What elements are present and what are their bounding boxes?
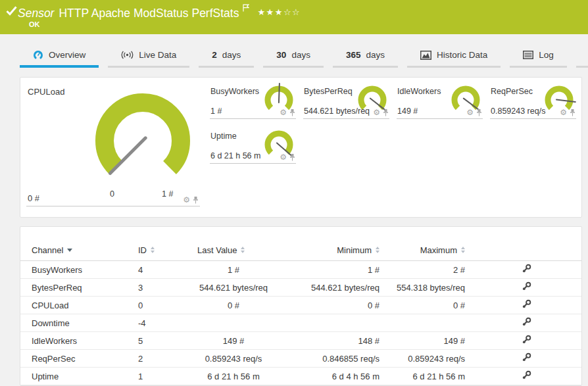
last-value-cell: 1 # (185, 265, 282, 275)
gauge-value: 544.621 bytes/req (304, 107, 370, 116)
minimum-cell: 0.846855 req/s (282, 354, 380, 364)
channel-settings-button[interactable] (521, 316, 532, 327)
column-header-last[interactable]: Last Value (185, 245, 282, 255)
channel-settings-button[interactable] (521, 299, 532, 310)
star-filled-icon: ★ (266, 7, 275, 17)
pin-icon[interactable] (383, 109, 389, 116)
log-icon (523, 51, 533, 59)
gauge-bytesperreq: BytesPerReq544.621 bytes/req⚙ (303, 82, 389, 119)
gauge-name: IdleWorkers (397, 87, 441, 96)
tab-label: Historic Data (437, 50, 487, 60)
table-body: BusyWorkers41 #1 #2 #BytesPerReq3544.621… (20, 261, 581, 385)
channel-name-cell: ReqPerSec (20, 354, 132, 364)
gear-icon[interactable]: ⚙ (560, 109, 567, 116)
sort-both-icon (461, 247, 465, 253)
channel-settings-button[interactable] (521, 352, 532, 363)
maximum-cell: 2 # (380, 265, 465, 275)
channel-tools-cell (465, 316, 581, 329)
channel-id-cell: 4 (132, 265, 185, 275)
gauge-actions: ⚙ (280, 109, 295, 116)
priority-stars[interactable]: ★★★☆☆ (257, 7, 301, 17)
tab-overview[interactable]: Overview (20, 42, 99, 68)
gear-icon[interactable]: ⚙ (183, 196, 190, 204)
channel-settings-button[interactable] (521, 334, 532, 345)
table-row: Downtime-4 (20, 314, 581, 332)
pin-icon[interactable] (476, 109, 482, 116)
pin-icon[interactable] (193, 197, 199, 204)
gauge-actions: ⚙ (560, 109, 576, 116)
column-header-max[interactable]: Maximum (380, 245, 465, 255)
flag-icon[interactable] (243, 4, 249, 12)
channel-id-cell: 5 (132, 336, 185, 346)
tab-2-days[interactable]: 2days (199, 42, 254, 68)
maximum-cell: 0.859243 req/s (380, 354, 465, 364)
channel-name-cell: CPULoad (20, 301, 132, 310)
pin-icon[interactable] (289, 109, 295, 116)
gear-icon[interactable]: ⚙ (373, 109, 380, 116)
tab-range-number: 2 (212, 50, 217, 60)
gauge-scale-max: 1 # (162, 189, 173, 199)
column-header-label: Last Value (197, 245, 237, 255)
column-header-label: ID (138, 245, 147, 255)
last-value-cell: 544.621 bytes/req (185, 283, 282, 293)
maximum-cell: 0 # (380, 301, 465, 310)
gauge-scale-min: 0 (110, 189, 114, 199)
tab-label: days (291, 50, 310, 60)
minimum-cell: 148 # (282, 336, 380, 346)
last-value-cell: 0.859243 req/s (185, 354, 282, 364)
channel-name-cell: Uptime (20, 372, 132, 381)
tab-365-days[interactable]: 365days (333, 42, 398, 68)
tab-historic-data[interactable]: Historic Data (407, 42, 501, 68)
gauge-idleworkers: IdleWorkers149 #⚙ (397, 82, 483, 119)
channel-tools-cell (465, 334, 581, 347)
tab-30-days[interactable]: 30days (263, 42, 324, 68)
channel-name-cell: BusyWorkers (20, 265, 132, 275)
tab-bar: OverviewLive Data2days30days365daysHisto… (20, 42, 588, 68)
gauge-actions: ⚙ (280, 153, 295, 161)
gear-icon[interactable]: ⚙ (280, 153, 287, 161)
maximum-cell: 554.318 bytes/req (380, 283, 465, 293)
sensor-title-line: SensorHTTP Apache ModStatus PerfStats ★★… (18, 4, 301, 20)
pin-icon[interactable] (570, 109, 576, 116)
gauge-busyworkers: BusyWorkers1 #⚙ (210, 82, 296, 119)
last-value-cell: 149 # (185, 336, 282, 346)
channel-settings-button[interactable] (521, 370, 532, 381)
gauge-value: 1 # (210, 107, 222, 116)
channel-settings-button[interactable] (521, 281, 532, 292)
tab-settings[interactable]: ⚙Settings (576, 42, 588, 68)
gear-icon[interactable]: ⚙ (466, 109, 474, 116)
column-header-min[interactable]: Minimum (282, 245, 380, 255)
tab-log[interactable]: Log (510, 42, 567, 68)
gauge-value: 6 d 21 h 56 m (210, 151, 260, 160)
tab-live-data[interactable]: Live Data (108, 42, 189, 68)
table-row: Uptime16 d 21 h 56 m6 d 4 h 56 m6 d 21 h… (20, 368, 581, 385)
column-header-label: Minimum (337, 245, 372, 255)
sort-both-icon (151, 247, 155, 253)
tab-label: Live Data (139, 50, 176, 60)
channel-tools-cell (465, 352, 581, 365)
channel-id-cell: -4 (132, 318, 185, 328)
sensor-kind-label: Sensor (18, 7, 54, 20)
channels-panel: ChannelIDLast ValueMinimumMaximum BusyWo… (20, 226, 582, 386)
table-row: BytesPerReq3544.621 bytes/req544.621 byt… (20, 279, 581, 297)
minimum-cell: 1 # (282, 265, 380, 275)
table-row: BusyWorkers41 #1 #2 # (20, 261, 581, 279)
gauge-name: BusyWorkers (210, 87, 259, 96)
gauge-value: 0 # (28, 193, 39, 203)
historic-data-icon (420, 51, 431, 60)
column-header-id[interactable]: ID (132, 245, 185, 255)
wrench-icon (521, 334, 532, 345)
channel-name-cell: Downtime (20, 318, 132, 328)
channel-name-cell: IdleWorkers (20, 336, 132, 346)
gauge-reqpersec: ReqPerSec0.859243 req/s⚙ (490, 82, 576, 119)
tab-label: Log (539, 50, 554, 60)
channel-tools-cell (465, 263, 581, 276)
table-row: IdleWorkers5149 #148 #149 # (20, 332, 581, 350)
small-gauges-grid: BusyWorkers1 #⚙BytesPerReq544.621 bytes/… (210, 82, 576, 164)
pin-icon[interactable] (289, 154, 295, 161)
gear-icon[interactable]: ⚙ (280, 109, 287, 116)
channel-id-cell: 1 (132, 372, 185, 381)
channel-settings-button[interactable] (521, 263, 532, 274)
channel-tools-cell (465, 281, 581, 294)
column-header-channel[interactable]: Channel (20, 245, 132, 255)
